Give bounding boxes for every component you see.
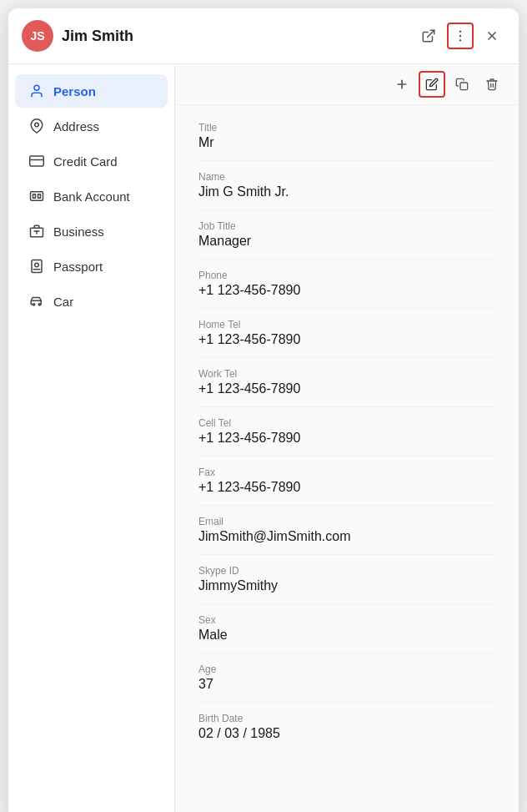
field-group-0: TitleMr (198, 112, 495, 161)
field-group-8: EmailJimSmith@JimSmith.com (198, 506, 495, 555)
copy-icon (455, 78, 469, 91)
field-label-8: Email (198, 516, 495, 527)
svg-rect-23 (460, 83, 468, 90)
bank-account-icon (28, 188, 45, 204)
add-icon (395, 78, 409, 91)
sidebar-item-car[interactable]: Car (15, 285, 168, 318)
main-toolbar (175, 64, 519, 105)
person-icon (28, 83, 45, 99)
sidebar-item-address[interactable]: Address (15, 109, 168, 143)
field-group-10: SexMale (198, 604, 495, 653)
sidebar-item-address-label: Address (53, 119, 99, 134)
passport-icon (28, 258, 45, 275)
delete-button[interactable] (479, 71, 505, 98)
edit-icon (425, 78, 439, 91)
fields-container: TitleMrNameJim G Smith Jr.Job TitleManag… (175, 105, 519, 774)
car-icon (28, 293, 45, 310)
field-value-0: Mr (198, 135, 495, 150)
contact-card: JS Jim Smith (8, 8, 519, 812)
field-value-5: +1 123-456-7890 (198, 381, 495, 396)
external-link-icon (421, 28, 436, 43)
field-group-12: Birth Date02 / 03 / 1985 (198, 703, 495, 751)
sidebar-item-bank-account[interactable]: Bank Account (15, 179, 168, 213)
sidebar-item-credit-card-label: Credit Card (53, 154, 118, 169)
sidebar-item-business-label: Business (53, 224, 104, 239)
field-label-0: Title (198, 122, 495, 134)
sidebar-item-credit-card[interactable]: Credit Card (15, 144, 168, 178)
field-label-12: Birth Date (198, 713, 495, 724)
svg-point-3 (459, 39, 461, 41)
field-label-5: Work Tel (198, 368, 495, 380)
field-group-6: Cell Tel+1 123-456-7890 (198, 407, 495, 456)
sidebar-item-person-label: Person (53, 84, 96, 98)
field-label-4: Home Tel (198, 319, 495, 330)
close-icon (485, 29, 499, 43)
field-label-11: Age (198, 663, 495, 675)
close-button[interactable] (479, 23, 505, 49)
field-group-1: NameJim G Smith Jr. (198, 161, 495, 210)
field-value-1: Jim G Smith Jr. (198, 184, 495, 199)
address-icon (28, 118, 45, 134)
field-label-9: Skype ID (198, 565, 495, 577)
field-group-9: Skype IDJimmySmithy (198, 555, 495, 604)
svg-point-2 (459, 35, 461, 37)
field-value-4: +1 123-456-7890 (198, 332, 495, 347)
external-link-button[interactable] (415, 23, 442, 49)
body: Person Address (8, 64, 519, 812)
svg-point-7 (35, 123, 39, 127)
avatar: JS (22, 20, 53, 52)
field-value-7: +1 123-456-7890 (198, 480, 495, 495)
edit-button[interactable] (419, 71, 445, 98)
sidebar-item-passport[interactable]: Passport (15, 250, 168, 283)
field-value-9: JimmySmithy (198, 578, 495, 593)
credit-card-icon (28, 153, 45, 169)
add-button[interactable] (389, 71, 415, 98)
field-label-2: Job Title (198, 220, 495, 232)
sidebar-item-bank-account-label: Bank Account (53, 189, 130, 204)
business-icon (28, 223, 45, 240)
copy-button[interactable] (449, 71, 475, 98)
field-group-7: Fax+1 123-456-7890 (198, 456, 495, 506)
svg-rect-12 (38, 194, 41, 199)
field-value-6: +1 123-456-7890 (198, 431, 495, 446)
svg-point-6 (34, 85, 39, 90)
svg-rect-11 (33, 194, 36, 199)
sidebar-item-car-label: Car (53, 295, 73, 309)
field-group-5: Work Tel+1 123-456-7890 (198, 358, 495, 407)
field-value-8: JimSmith@JimSmith.com (198, 529, 495, 544)
field-group-11: Age37 (198, 653, 495, 703)
header: JS Jim Smith (8, 8, 519, 64)
sidebar-item-business[interactable]: Business (15, 214, 168, 248)
header-actions (415, 23, 505, 49)
svg-rect-8 (30, 156, 44, 166)
field-label-3: Phone (198, 270, 495, 281)
field-group-2: Job TitleManager (198, 210, 495, 260)
field-group-3: Phone+1 123-456-7890 (198, 260, 495, 309)
field-value-12: 02 / 03 / 1985 (198, 726, 495, 741)
sidebar-item-passport-label: Passport (53, 260, 103, 274)
field-label-1: Name (198, 171, 495, 183)
sidebar: Person Address (8, 64, 175, 812)
contact-name: Jim Smith (62, 28, 415, 45)
field-value-3: +1 123-456-7890 (198, 283, 495, 298)
field-label-10: Sex (198, 614, 495, 626)
more-options-button[interactable] (447, 23, 474, 49)
svg-point-1 (459, 31, 461, 33)
field-label-6: Cell Tel (198, 417, 495, 429)
sidebar-item-person[interactable]: Person (15, 74, 168, 108)
field-value-2: Manager (198, 234, 495, 249)
svg-point-17 (35, 263, 39, 267)
svg-line-0 (428, 30, 434, 37)
svg-point-19 (33, 304, 35, 305)
main-panel: TitleMrNameJim G Smith Jr.Job TitleManag… (175, 64, 519, 812)
more-icon (453, 28, 468, 43)
field-value-11: 37 (198, 677, 495, 692)
delete-icon (485, 78, 499, 91)
field-label-7: Fax (198, 467, 495, 478)
field-group-4: Home Tel+1 123-456-7890 (198, 309, 495, 358)
field-value-10: Male (198, 628, 495, 643)
